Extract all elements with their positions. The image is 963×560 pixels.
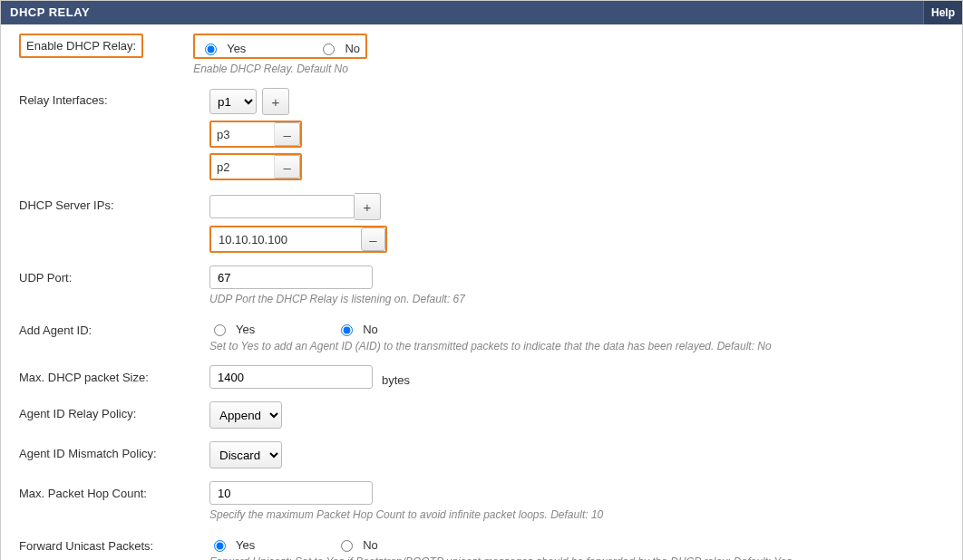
- enable-no-label: No: [345, 42, 360, 55]
- enable-no-radio[interactable]: [323, 43, 335, 55]
- udp-port-input[interactable]: [209, 266, 373, 289]
- help-button[interactable]: Help: [923, 1, 962, 24]
- max-packet-size-label: Max. DHCP packet Size:: [19, 365, 209, 384]
- relay-interface-select[interactable]: p1: [209, 89, 257, 114]
- forward-unicast-yes-label: Yes: [236, 538, 255, 552]
- forward-unicast-no-label: No: [363, 538, 378, 552]
- udp-port-label: UDP Port:: [19, 266, 209, 285]
- enable-dhcp-relay-label: Enable DHCP Relay:: [19, 34, 143, 58]
- add-interface-button[interactable]: +: [262, 88, 289, 115]
- enable-yes-radio[interactable]: [205, 43, 217, 55]
- packet-size-unit: bytes: [382, 368, 410, 387]
- remove-interface-button[interactable]: –: [275, 122, 300, 146]
- forward-unicast-yes-radio[interactable]: [214, 540, 226, 552]
- hop-count-hint: Specify the maximum Packet Hop Count to …: [209, 508, 944, 521]
- agent-id-hint: Set to Yes to add an Agent ID (AID) to t…: [209, 340, 944, 352]
- relay-policy-label: Agent ID Relay Policy:: [19, 401, 209, 420]
- hop-count-input[interactable]: [209, 481, 373, 505]
- title-bar: DHCP RELAY Help: [1, 1, 962, 24]
- agent-id-no-radio[interactable]: [341, 324, 353, 336]
- hop-count-label: Max. Packet Hop Count:: [19, 481, 209, 500]
- forward-unicast-no-option[interactable]: No: [336, 537, 378, 552]
- forward-unicast-label: Forward Unicast Packets:: [19, 534, 209, 553]
- dhcp-server-ips-label: DHCP Server IPs:: [19, 193, 209, 212]
- server-ip-item: 10.10.10.100: [211, 228, 355, 250]
- dhcp-server-ip-input[interactable]: [209, 195, 355, 218]
- enable-yes-option[interactable]: Yes: [200, 41, 246, 55]
- enable-hint: Enable DHCP Relay. Default No: [193, 63, 944, 75]
- forward-unicast-yes-option[interactable]: Yes: [209, 537, 255, 552]
- add-server-ip-button[interactable]: +: [355, 193, 381, 220]
- agent-id-yes-option[interactable]: Yes: [209, 322, 255, 336]
- agent-id-yes-radio[interactable]: [214, 324, 226, 336]
- add-agent-id-label: Add Agent ID:: [19, 318, 209, 337]
- udp-port-hint: UDP Port the DHCP Relay is listening on.…: [209, 293, 944, 305]
- enable-yes-label: Yes: [227, 42, 246, 55]
- mismatch-policy-select[interactable]: Discard: [209, 441, 282, 468]
- remove-interface-button[interactable]: –: [275, 155, 300, 179]
- interface-item: p3: [211, 123, 275, 145]
- relay-interfaces-label: Relay Interfaces:: [19, 88, 209, 107]
- mismatch-policy-label: Agent ID Mismatch Policy:: [19, 441, 209, 460]
- agent-id-no-option[interactable]: No: [336, 322, 378, 336]
- relay-policy-select[interactable]: Append: [209, 401, 282, 429]
- agent-id-yes-label: Yes: [236, 323, 255, 336]
- enable-no-option[interactable]: No: [318, 41, 360, 55]
- remove-server-ip-button[interactable]: –: [361, 227, 385, 251]
- page-title: DHCP RELAY: [1, 1, 99, 24]
- forward-unicast-no-radio[interactable]: [341, 540, 353, 552]
- forward-unicast-hint: Forward Unicast: Set to Yes if Bootstrap…: [209, 555, 944, 560]
- max-packet-size-input[interactable]: [209, 365, 373, 389]
- interface-item: p2: [211, 156, 275, 178]
- agent-id-no-label: No: [363, 323, 378, 336]
